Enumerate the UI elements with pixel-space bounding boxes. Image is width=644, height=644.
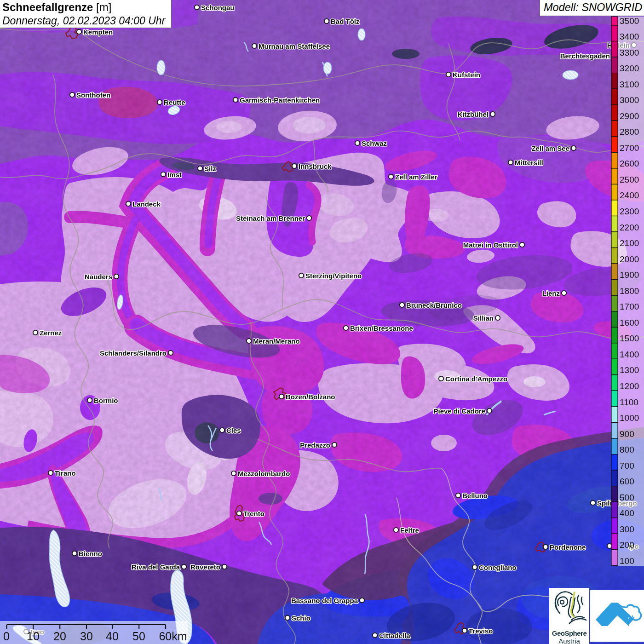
- svg-text:3100: 3100: [620, 80, 639, 89]
- svg-text:1900: 1900: [620, 270, 639, 280]
- svg-text:50: 50: [132, 630, 145, 643]
- svg-text:Berchtesgaden: Berchtesgaden: [560, 52, 610, 60]
- svg-text:Kufstein: Kufstein: [453, 71, 480, 79]
- svg-text:Matrei in Osttirol: Matrei in Osttirol: [463, 241, 518, 249]
- svg-text:Zell am Ziller: Zell am Ziller: [395, 173, 437, 181]
- svg-text:1700: 1700: [620, 302, 639, 311]
- svg-text:Schio: Schio: [292, 614, 310, 622]
- svg-text:Lienz: Lienz: [542, 289, 560, 297]
- svg-text:Belluno: Belluno: [462, 492, 488, 500]
- svg-text:2200: 2200: [620, 223, 639, 232]
- svg-text:Murnau am Staffelsee: Murnau am Staffelsee: [259, 42, 330, 50]
- svg-text:Bozen/Bolzano: Bozen/Bolzano: [286, 393, 335, 401]
- svg-text:Bruneck/Brunico: Bruneck/Brunico: [406, 301, 462, 309]
- svg-text:500: 500: [620, 493, 634, 502]
- svg-text:Conegliano: Conegliano: [479, 564, 517, 571]
- svg-text:Kitzbühel: Kitzbühel: [458, 110, 489, 118]
- svg-text:2600: 2600: [620, 159, 639, 168]
- svg-text:Landeck: Landeck: [132, 200, 161, 208]
- svg-text:1500: 1500: [620, 334, 639, 343]
- svg-text:2400: 2400: [620, 190, 639, 200]
- svg-text:Zell am See: Zell am See: [531, 144, 569, 152]
- svg-text:Garmisch-Partenkirchen: Garmisch-Partenkirchen: [240, 96, 320, 104]
- svg-text:200: 200: [620, 540, 634, 550]
- svg-text:Bienno: Bienno: [79, 550, 102, 558]
- svg-text:1200: 1200: [620, 381, 639, 391]
- svg-text:Imst: Imst: [167, 171, 182, 178]
- svg-text:Reutte: Reutte: [164, 98, 185, 106]
- svg-text:Brixen/Bressanone: Brixen/Bressanone: [350, 324, 413, 332]
- svg-text:Pieve di Cadore: Pieve di Cadore: [433, 407, 485, 415]
- svg-text:Predazzo: Predazzo: [300, 441, 330, 449]
- svg-text:1800: 1800: [620, 286, 639, 296]
- svg-text:100: 100: [620, 556, 634, 566]
- svg-text:Cortina d'Ampezzo: Cortina d'Ampezzo: [445, 375, 507, 383]
- svg-text:10: 10: [27, 630, 40, 643]
- svg-text:Meran/Merano: Meran/Merano: [253, 337, 300, 345]
- svg-text:2700: 2700: [620, 143, 639, 153]
- svg-text:Zernez: Zernez: [40, 329, 62, 337]
- svg-text:2100: 2100: [620, 238, 639, 248]
- svg-text:Silz: Silz: [204, 165, 216, 172]
- svg-text:Schongau: Schongau: [201, 4, 235, 12]
- svg-text:Mittersill: Mittersill: [515, 159, 543, 167]
- svg-text:Sonthofen: Sonthofen: [76, 91, 110, 99]
- svg-text:Mezzolombardo: Mezzolombardo: [238, 470, 290, 477]
- svg-text:Sterzing/Vipiteno: Sterzing/Vipiteno: [305, 272, 362, 280]
- svg-text:3500: 3500: [620, 16, 639, 26]
- svg-text:1400: 1400: [620, 350, 639, 359]
- svg-text:3400: 3400: [620, 32, 639, 41]
- svg-text:300: 300: [620, 524, 634, 534]
- svg-text:2800: 2800: [620, 127, 639, 137]
- svg-text:3200: 3200: [620, 63, 639, 73]
- svg-text:20: 20: [53, 630, 66, 643]
- svg-text:Kempten: Kempten: [83, 28, 113, 36]
- svg-text:2300: 2300: [620, 207, 639, 216]
- svg-text:Bassano del Grappa: Bassano del Grappa: [291, 597, 358, 604]
- svg-text:Schwaz: Schwaz: [362, 139, 387, 147]
- svg-text:Tirano: Tirano: [55, 469, 76, 477]
- svg-text:800: 800: [620, 445, 634, 454]
- svg-text:400: 400: [620, 508, 634, 518]
- svg-text:1300: 1300: [620, 365, 639, 375]
- svg-text:900: 900: [620, 429, 634, 439]
- svg-text:600: 600: [620, 477, 634, 486]
- svg-text:Cles: Cles: [226, 426, 241, 434]
- svg-text:1100: 1100: [620, 397, 638, 407]
- svg-text:700: 700: [620, 461, 634, 471]
- svg-text:1000: 1000: [620, 413, 639, 423]
- svg-text:Steinach am Brenner: Steinach am Brenner: [236, 214, 305, 222]
- svg-text:2900: 2900: [620, 111, 639, 121]
- svg-text:Bormio: Bormio: [94, 397, 118, 404]
- svg-text:Cittadella: Cittadella: [379, 632, 410, 639]
- svg-text:Rovereto: Rovereto: [190, 563, 220, 571]
- svg-text:3300: 3300: [620, 48, 639, 58]
- svg-text:30: 30: [80, 630, 93, 643]
- svg-text:Sillian: Sillian: [473, 314, 494, 322]
- svg-text:0: 0: [3, 630, 10, 643]
- svg-text:Bad Tölz: Bad Tölz: [331, 17, 360, 25]
- svg-text:40: 40: [106, 630, 119, 643]
- svg-text:1600: 1600: [620, 318, 639, 328]
- svg-text:Schlanders/Silandro: Schlanders/Silandro: [100, 349, 167, 357]
- svg-text:Feltre: Feltre: [400, 526, 419, 534]
- svg-text:2000: 2000: [620, 254, 639, 264]
- svg-text:Innsbruck: Innsbruck: [299, 162, 332, 170]
- svg-text:3000: 3000: [620, 95, 639, 105]
- svg-text:Treviso: Treviso: [469, 627, 493, 635]
- svg-text:Trento: Trento: [243, 510, 264, 518]
- svg-text:Riva del Garda: Riva del Garda: [132, 563, 180, 571]
- svg-text:Pordenone: Pordenone: [550, 543, 586, 551]
- svg-text:2500: 2500: [620, 175, 639, 184]
- svg-text:60km: 60km: [159, 630, 187, 643]
- svg-text:Nauders: Nauders: [85, 273, 112, 281]
